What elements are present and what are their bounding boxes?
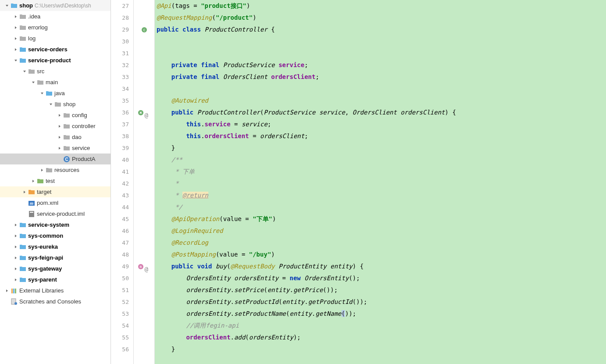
code-line[interactable]: ordersEntity.setPrice(entity.getPrice())… xyxy=(157,284,606,296)
chevron-icon[interactable] xyxy=(30,79,37,86)
code-line[interactable]: private final ProductService service; xyxy=(157,59,606,71)
tree-item-producta[interactable]: CProductA xyxy=(0,153,111,164)
tree-item-external-libraries[interactable]: External Libraries xyxy=(0,285,111,296)
chevron-icon[interactable] xyxy=(12,46,19,53)
chevron-icon[interactable] xyxy=(47,101,54,108)
chevron-icon[interactable] xyxy=(12,232,19,239)
tree-item-test[interactable]: test xyxy=(0,175,111,186)
chevron-icon[interactable] xyxy=(39,90,46,97)
chevron-icon[interactable] xyxy=(21,189,28,196)
code-line[interactable]: * xyxy=(157,178,606,189)
code-line[interactable]: @Autowired xyxy=(157,95,606,107)
tree-item-main[interactable]: main xyxy=(0,77,111,88)
code-line[interactable]: @LoginRequired xyxy=(157,225,606,237)
tree-item-service-product-iml[interactable]: service-product.iml xyxy=(0,208,111,219)
gutter-icon-row xyxy=(134,142,154,154)
tree-item-shop[interactable]: shop C:\Users\wd\Desktop\sh xyxy=(0,0,111,11)
chevron-icon[interactable] xyxy=(30,178,37,185)
code-line[interactable]: private final OrdersClient ordersClient; xyxy=(157,71,606,83)
gutter-icon-row[interactable]: @ xyxy=(134,107,154,118)
code-line[interactable]: public ProductController(ProductService … xyxy=(157,107,606,118)
code-line[interactable]: @Api(tags = "product接口") xyxy=(157,0,606,12)
tree-item-target[interactable]: target xyxy=(0,186,111,197)
code-line[interactable]: * @return xyxy=(157,189,606,201)
chevron-icon[interactable] xyxy=(12,221,19,228)
code-editor[interactable]: 2728293031323334353637383940414243444546… xyxy=(111,0,606,364)
chevron-icon[interactable] xyxy=(56,134,63,141)
chevron-icon[interactable] xyxy=(56,145,63,152)
chevron-icon[interactable] xyxy=(12,265,19,272)
code-line[interactable]: OrdersEntity ordersEntity = new OrdersEn… xyxy=(157,272,606,284)
gutter-icons[interactable]: c@m@ xyxy=(134,0,155,364)
tree-item-service[interactable]: service xyxy=(0,143,111,153)
tree-item-sys-eureka[interactable]: sys-eureka xyxy=(0,241,111,252)
gutter-class-icon[interactable]: c xyxy=(141,27,147,33)
tree-item-shop[interactable]: shop xyxy=(0,99,111,110)
chevron-icon[interactable] xyxy=(12,243,19,250)
chevron-icon[interactable] xyxy=(21,68,28,75)
tree-item-src[interactable]: src xyxy=(0,66,111,77)
code-line[interactable]: public void buy(@RequestBody ProductEnti… xyxy=(157,261,606,272)
gutter-icon-row xyxy=(134,118,154,130)
chevron-icon[interactable] xyxy=(56,112,63,119)
code-line[interactable]: this.ordersClient = ordersClient; xyxy=(157,130,606,142)
tree-item-java[interactable]: java xyxy=(0,88,111,99)
chevron-icon[interactable] xyxy=(12,13,19,20)
code-line[interactable]: ordersClient.add(ordersEntity); xyxy=(157,332,606,343)
tree-item-log[interactable]: log xyxy=(0,33,111,44)
tree-item-sys-feign-api[interactable]: sys-feign-api xyxy=(0,252,111,263)
line-number: 29 xyxy=(111,24,129,36)
line-number: 53 xyxy=(111,308,129,320)
code-line[interactable] xyxy=(157,47,606,59)
chevron-icon[interactable] xyxy=(4,2,11,9)
code-line[interactable]: //调用fegin-api xyxy=(157,320,606,332)
gutter-bean-icon[interactable] xyxy=(138,110,144,116)
folder-icon xyxy=(19,13,26,20)
line-number: 39 xyxy=(111,142,129,154)
chevron-icon[interactable] xyxy=(12,35,19,42)
tree-item--idea[interactable]: .idea xyxy=(0,11,111,22)
gutter-at-icon[interactable]: @ xyxy=(145,264,151,270)
gutter-icon-row[interactable]: m@ xyxy=(134,261,154,272)
tree-item-pom-xml[interactable]: mpom.xml xyxy=(0,197,111,208)
chevron-icon[interactable] xyxy=(12,24,19,31)
chevron-icon[interactable] xyxy=(12,276,19,283)
chevron-icon[interactable] xyxy=(4,287,11,294)
tree-item-config[interactable]: config xyxy=(0,110,111,121)
code-line[interactable]: ordersEntity.setProductId(entity.getProd… xyxy=(157,296,606,308)
gutter-icon-row[interactable]: c xyxy=(134,24,154,36)
code-line[interactable] xyxy=(157,83,606,95)
code-line[interactable]: */ xyxy=(157,201,606,213)
tree-item-service-system[interactable]: service-system xyxy=(0,219,111,230)
tree-item-dao[interactable]: dao xyxy=(0,132,111,143)
tree-item-sys-common[interactable]: sys-common xyxy=(0,230,111,241)
code-line[interactable]: /** xyxy=(157,154,606,166)
chevron-icon[interactable] xyxy=(12,254,19,261)
tree-item-controller[interactable]: controller xyxy=(0,121,111,132)
project-tree[interactable]: shop C:\Users\wd\Desktop\sh.ideaerrorlog… xyxy=(0,0,111,364)
tree-item-sys-parent[interactable]: sys-parent xyxy=(0,274,111,285)
code-line[interactable]: @ApiOperation(value = "下单") xyxy=(157,213,606,225)
code-line[interactable]: * 下单 xyxy=(157,166,606,178)
chevron-icon[interactable] xyxy=(12,57,19,64)
tree-item-sys-gateway[interactable]: sys-gateway xyxy=(0,263,111,274)
tree-item-errorlog[interactable]: errorlog xyxy=(0,22,111,33)
code-line[interactable]: @RecordLog xyxy=(157,237,606,249)
gutter-at-icon[interactable]: @ xyxy=(145,110,151,116)
code-line[interactable]: } xyxy=(157,343,606,355)
code-line[interactable] xyxy=(157,36,606,47)
code-line[interactable]: @RequestMapping("/product") xyxy=(157,12,606,24)
tree-item-resources[interactable]: resources xyxy=(0,164,111,175)
chevron-icon[interactable] xyxy=(56,123,63,130)
tree-item-service-product[interactable]: service-product xyxy=(0,55,111,66)
chevron-icon[interactable] xyxy=(39,167,46,174)
gutter-mapping-icon[interactable]: m xyxy=(138,264,144,270)
code-line[interactable]: ordersEntity.setProductName(entity.getNa… xyxy=(157,308,606,320)
code-line[interactable]: } xyxy=(157,142,606,154)
code-line[interactable]: @PostMapping(value = "/buy") xyxy=(157,249,606,261)
code-line[interactable]: this.service = service; xyxy=(157,118,606,130)
code-line[interactable]: public class ProductController { xyxy=(157,24,606,36)
code-area[interactable]: @Api(tags = "product接口")@RequestMapping(… xyxy=(155,0,606,364)
tree-item-service-orders[interactable]: service-orders xyxy=(0,44,111,55)
tree-item-scratches-and-consoles[interactable]: Scratches and Consoles xyxy=(0,296,111,307)
